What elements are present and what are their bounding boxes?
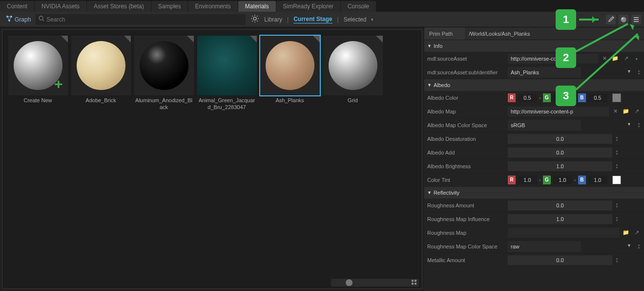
filter-current-stage[interactable]: Current Stage xyxy=(293,16,332,23)
svg-line-11 xyxy=(257,21,258,22)
albedo-b-input[interactable] xyxy=(588,93,607,102)
graph-label: Graph xyxy=(15,16,31,23)
search-input[interactable] xyxy=(46,16,243,23)
material-label: Adobe_Brick xyxy=(85,97,116,104)
tab-strip: ContentNVIDIA AssetsAsset Stores (beta)S… xyxy=(0,0,644,12)
material-thumb[interactable]: Grid xyxy=(322,35,383,112)
material-label: Ash_Planks xyxy=(275,97,304,104)
grid-size-icon[interactable] xyxy=(411,279,417,287)
subid-select[interactable] xyxy=(508,67,581,78)
chevron-down-icon[interactable]: ▾ xyxy=(371,17,374,22)
disclosure-triangle-icon: ▼ xyxy=(427,190,432,195)
material-thumb[interactable]: Adobe_Brick xyxy=(70,35,131,112)
tab-asset-stores-beta-[interactable]: Asset Stores (beta) xyxy=(87,1,151,12)
roughness-cs-select[interactable] xyxy=(508,241,581,252)
prim-path-label: Prim Path xyxy=(424,27,465,40)
g-chip: G xyxy=(543,93,551,102)
graph-button[interactable]: Graph xyxy=(3,14,34,24)
material-thumb[interactable]: +Create New xyxy=(7,35,68,112)
albedo-swatch[interactable] xyxy=(612,93,621,102)
svg-rect-19 xyxy=(412,280,414,282)
tint-swatch[interactable] xyxy=(612,176,621,184)
filter-library[interactable]: Library xyxy=(264,16,282,23)
material-label: Aluminum_Anodized_Black xyxy=(134,97,193,111)
material-label: Create New xyxy=(23,97,52,104)
tint-b-input[interactable] xyxy=(588,176,607,184)
prim-path-value[interactable]: /World/Looks/Ash_Planks xyxy=(465,31,644,37)
goto-icon[interactable]: ↗ xyxy=(632,228,641,237)
roughness-map-input[interactable] xyxy=(508,228,620,238)
tab-nvidia-assets[interactable]: NVIDIA Assets xyxy=(35,1,86,12)
callout-3: 3 xyxy=(556,86,576,106)
svg-point-14 xyxy=(621,17,626,22)
tint-r-input[interactable] xyxy=(518,176,537,184)
albedo-desat-input[interactable] xyxy=(508,134,612,144)
albedo-add-input[interactable] xyxy=(508,148,612,157)
disclosure-triangle-icon: ▼ xyxy=(427,83,432,88)
svg-rect-20 xyxy=(415,280,416,282)
callout-1: 1 xyxy=(556,9,599,30)
material-thumb[interactable]: Ash_Planks xyxy=(259,35,320,112)
svg-rect-21 xyxy=(412,283,414,285)
svg-line-12 xyxy=(252,21,253,22)
roughness-input[interactable] xyxy=(508,201,612,210)
section-reflectivity[interactable]: ▼ Reflectivity xyxy=(424,187,644,199)
metallic-input[interactable] xyxy=(508,255,612,265)
albedo-bright-input[interactable] xyxy=(508,161,612,171)
svg-point-15 xyxy=(622,18,623,19)
svg-line-4 xyxy=(42,20,44,21)
section-info[interactable]: ▼ Info xyxy=(424,40,644,52)
roughness-inf-input[interactable] xyxy=(508,214,612,224)
material-grid: +Create NewAdobe_BrickAluminum_Anodized_… xyxy=(7,35,417,112)
goto-icon[interactable]: ↗ xyxy=(622,54,630,63)
b-chip: B xyxy=(578,93,586,102)
svg-line-13 xyxy=(257,16,258,17)
albedo-map-input[interactable] xyxy=(508,107,609,116)
section-albedo[interactable]: ▼ Albedo xyxy=(424,79,644,91)
source-asset-input[interactable] xyxy=(508,54,598,64)
material-thumb[interactable]: Animal_Green_Jacquard_Bru_2283047 xyxy=(196,35,257,112)
r-chip: R xyxy=(508,93,516,102)
tab-simready-explorer[interactable]: SimReady Explorer xyxy=(276,1,340,12)
clear-icon[interactable]: ✕ xyxy=(611,107,620,116)
disclosure-triangle-icon: ▼ xyxy=(427,44,432,48)
material-browser: +Create NewAdobe_BrickAluminum_Anodized_… xyxy=(2,29,422,289)
tab-samples[interactable]: Samples xyxy=(151,1,188,12)
scope-filter: Library | Current Stage | Selected ▾ xyxy=(264,16,374,23)
svg-rect-22 xyxy=(415,283,416,285)
svg-line-10 xyxy=(252,16,253,17)
graph-icon xyxy=(6,15,13,23)
settings-gear-icon[interactable] xyxy=(250,14,259,24)
plus-icon: + xyxy=(54,76,63,92)
tab-materials[interactable]: Materials xyxy=(238,1,276,12)
folder-icon[interactable]: 📁 xyxy=(622,107,630,116)
slider-knob[interactable] xyxy=(346,279,353,286)
material-thumb[interactable]: Aluminum_Anodized_Black xyxy=(133,35,194,112)
thumbnail-size-slider[interactable] xyxy=(331,279,419,287)
search-icon xyxy=(39,16,44,23)
albedo-cs-select[interactable] xyxy=(508,120,581,131)
toolbar: Graph Library | Current Stage | Selected… xyxy=(0,12,644,27)
svg-point-3 xyxy=(39,16,43,20)
link-icon[interactable]: ▪ xyxy=(632,54,641,63)
filter-selected[interactable]: Selected xyxy=(344,16,367,23)
material-label: Grid xyxy=(348,97,358,104)
albedo-r-input[interactable] xyxy=(518,93,537,102)
tab-console[interactable]: Console xyxy=(341,1,376,12)
goto-icon[interactable]: ↗ xyxy=(632,107,641,116)
tint-g-input[interactable] xyxy=(553,176,572,184)
search-box[interactable] xyxy=(36,14,246,25)
eyedropper-icon[interactable] xyxy=(606,15,616,24)
tab-environments[interactable]: Environments xyxy=(188,1,237,12)
callout-2: 2 xyxy=(556,47,576,68)
material-label: Animal_Green_Jacquard_Bru_2283047 xyxy=(197,97,256,111)
tab-content[interactable]: Content xyxy=(0,1,34,12)
property-inspector: Prim Path /World/Looks/Ash_Planks ▼ Info… xyxy=(424,27,644,291)
folder-icon[interactable]: 📁 xyxy=(622,228,630,237)
svg-point-5 xyxy=(253,17,256,20)
